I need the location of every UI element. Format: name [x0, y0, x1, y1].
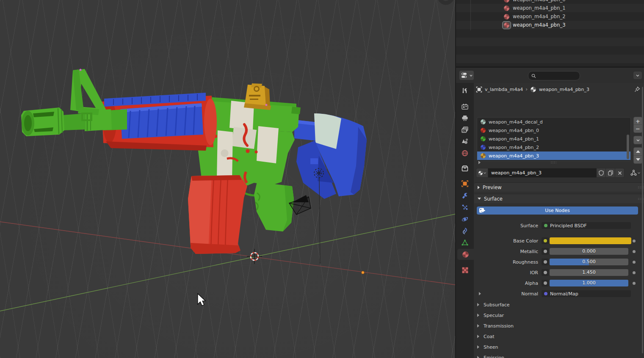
move-slot-down-button[interactable]: [633, 155, 642, 164]
list-resize-grip[interactable]: [550, 161, 556, 163]
subpanel-label: Sheen: [484, 344, 498, 350]
constraints-icon: [462, 228, 468, 234]
tab-object-data[interactable]: [456, 237, 474, 248]
use-nodes-button[interactable]: Use Nodes: [477, 207, 638, 215]
properties-main: v_lambda_m4a4 › weapon_m4a4_pbn_3: [474, 83, 644, 358]
move-slot-up-button[interactable]: [633, 147, 642, 156]
material-slot[interactable]: weapon_m4a4_decal_d: [477, 118, 630, 126]
outliner-item[interactable]: weapon_m4a4_pbn_2: [456, 12, 644, 21]
surface-shader-select[interactable]: Principled BSDF: [542, 222, 631, 229]
tab-particles[interactable]: [456, 202, 474, 213]
properties-scrollbar[interactable]: [642, 87, 643, 353]
browse-material-button[interactable]: [476, 168, 488, 178]
tab-output[interactable]: [456, 113, 474, 124]
collapsed-arrow-icon: [477, 303, 479, 306]
subpanel-subsurface[interactable]: Subsurface: [477, 301, 638, 308]
alpha-row: Alpha 1.000: [474, 280, 644, 286]
tab-modifiers[interactable]: [456, 190, 474, 201]
material-name-field[interactable]: weapon_m4a4_pbn_3: [488, 168, 597, 178]
ior-socket[interactable]: [542, 269, 549, 276]
subpanel-sheen[interactable]: Sheen: [477, 343, 638, 351]
material-sphere-icon: [462, 251, 469, 258]
right-region: weapon_m4a4_pbn_0 weapon_m4a4_pbn_1 weap…: [455, 0, 644, 358]
mouse-cursor: [198, 294, 205, 306]
metallic-socket[interactable]: [542, 248, 549, 255]
subpanel-transmission[interactable]: Transmission: [477, 322, 638, 330]
use-nodes-label: Use Nodes: [545, 208, 570, 213]
collection-box-icon: [462, 165, 468, 171]
tab-render[interactable]: [456, 101, 474, 112]
decorator-dot[interactable]: [633, 261, 636, 264]
decorator-dot[interactable]: [633, 282, 636, 285]
decorator-dot[interactable]: [633, 250, 636, 253]
outliner-item-active[interactable]: weapon_m4a4_pbn_3: [456, 21, 644, 29]
editor-type-button[interactable]: [459, 71, 474, 80]
roughness-socket[interactable]: [542, 259, 549, 265]
subpanel-coat[interactable]: Coat: [477, 333, 638, 340]
chevron-down-icon: [484, 172, 486, 174]
breadcrumb-object[interactable]: v_lambda_m4a4: [485, 87, 523, 92]
slot-specials-button[interactable]: [633, 136, 642, 144]
subpanel-specular[interactable]: Specular: [477, 311, 638, 319]
down-triangle-icon: [636, 158, 640, 161]
expand-normal-icon[interactable]: [479, 292, 481, 295]
tab-object[interactable]: [456, 178, 474, 189]
alpha-socket[interactable]: [542, 280, 549, 286]
ior-slider[interactable]: 1.450: [550, 269, 628, 276]
weapon-model[interactable]: [21, 69, 367, 254]
decorator-dot[interactable]: [633, 240, 636, 242]
material-slot[interactable]: weapon_m4a4_pbn_0: [477, 126, 630, 135]
tab-physics[interactable]: [456, 214, 474, 225]
metallic-slider[interactable]: 0.000: [550, 248, 628, 255]
tab-tool[interactable]: [456, 85, 474, 96]
collapsed-arrow-icon: [477, 356, 479, 358]
node-tree-menu-button[interactable]: [628, 168, 642, 177]
base-color-swatch[interactable]: [550, 237, 631, 244]
outliner-item[interactable]: weapon_m4a4_pbn_0: [456, 0, 644, 4]
outliner[interactable]: weapon_m4a4_pbn_0 weapon_m4a4_pbn_1 weap…: [456, 0, 644, 68]
decorator-dot[interactable]: [633, 271, 636, 274]
normal-input-field[interactable]: Normal/Map: [542, 290, 631, 297]
breadcrumb-material[interactable]: weapon_m4a4_pbn_3: [539, 87, 589, 92]
expand-filter-icon[interactable]: [478, 161, 481, 164]
fake-user-button[interactable]: [597, 168, 606, 178]
blender-window: weapon_m4a4_pbn_0 weapon_m4a4_pbn_1 weap…: [0, 0, 644, 358]
material-slot-selected[interactable]: weapon_m4a4_pbn_3: [477, 151, 630, 160]
world-icon: [462, 150, 468, 157]
tab-world[interactable]: [456, 148, 474, 159]
collapsed-arrow-icon: [478, 186, 480, 189]
surface-panel-header[interactable]: Surface: [474, 194, 644, 203]
tab-material-active[interactable]: [457, 249, 474, 260]
header-menu-button[interactable]: [633, 72, 642, 79]
tab-collection[interactable]: [456, 163, 474, 174]
mesh-data-icon: [462, 240, 468, 246]
unlink-material-button[interactable]: [615, 168, 625, 178]
nav-gizmo-partial[interactable]: [439, 0, 452, 3]
material-slot[interactable]: weapon_m4a4_pbn_1: [477, 135, 630, 143]
alpha-slider[interactable]: 1.000: [550, 280, 628, 286]
material-slot[interactable]: weapon_m4a4_pbn_2: [477, 143, 630, 151]
base-color-label: Base Color: [474, 238, 542, 244]
tab-texture[interactable]: [456, 264, 474, 275]
outliner-stripe: [456, 46, 644, 55]
new-material-button[interactable]: [606, 168, 615, 178]
material-slot-list[interactable]: weapon_m4a4_decal_d weapon_m4a4_pbn_0 we…: [477, 117, 631, 161]
subpanel-emission[interactable]: Emission: [477, 354, 638, 358]
outliner-item[interactable]: weapon_m4a4_pbn_1: [456, 4, 644, 12]
tab-view-layer[interactable]: [456, 124, 474, 135]
object-origin-dot[interactable]: [362, 271, 365, 274]
surface-shader-row: Surface Principled BSDF: [474, 222, 644, 229]
pin-icon[interactable]: [634, 86, 640, 92]
add-slot-button[interactable]: +: [633, 117, 642, 125]
base-color-socket[interactable]: [542, 237, 549, 244]
remove-slot-button[interactable]: −: [633, 124, 642, 133]
slot-list-scrollbar[interactable]: [627, 135, 629, 159]
collapsed-arrow-icon: [477, 335, 479, 338]
preview-panel-header[interactable]: Preview: [474, 182, 644, 192]
search-input[interactable]: [528, 71, 580, 80]
3d-cursor: [247, 249, 262, 264]
3d-viewport[interactable]: [0, 0, 455, 358]
tab-scene[interactable]: [456, 136, 474, 147]
roughness-slider[interactable]: 0.500: [550, 259, 628, 265]
tab-constraints[interactable]: [456, 226, 474, 237]
